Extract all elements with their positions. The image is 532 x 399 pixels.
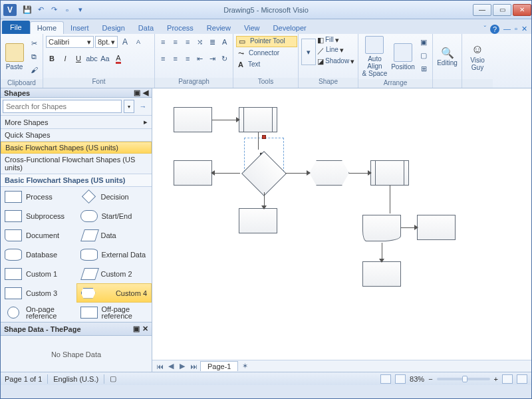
maximize-button[interactable]: ▭ [493,4,511,16]
shape-document[interactable]: Document [1,225,76,245]
canvas-shape[interactable] [362,215,401,241]
shape-startend[interactable]: Start/End [76,206,152,225]
shape-custom2[interactable]: Custom 2 [76,264,152,283]
last-page-icon[interactable]: ⏭ [189,362,198,370]
align-left-icon[interactable]: ≡ [158,53,169,65]
rotate-text-icon[interactable]: ↻ [219,53,231,65]
shrink-font-icon[interactable]: A [132,36,144,48]
align-top-icon[interactable]: ≡ [158,36,169,48]
shape-offpage-ref[interactable]: Off-page reference [76,303,152,322]
bold-icon[interactable]: B [46,53,58,65]
collapse-icon[interactable]: ◀ [143,88,148,97]
shape-onpage-ref[interactable]: On-page reference [1,303,76,322]
search-input[interactable] [3,100,122,113]
pin-icon[interactable]: ▣ [134,88,140,97]
connector[interactable] [382,243,382,260]
tab-data[interactable]: Data [132,22,160,34]
next-page-icon[interactable]: ▶ [178,362,187,370]
macro-record-icon[interactable]: ▢ [110,374,116,383]
canvas-shape[interactable] [417,215,456,240]
font-grow-icon[interactable]: A [219,36,231,48]
send-back-icon[interactable]: ▢ [418,49,430,61]
canvas-shape[interactable] [174,107,212,132]
new-page-icon[interactable]: ✶ [240,362,249,370]
view-normal-icon[interactable] [380,374,391,384]
shape-subprocess[interactable]: Subprocess [1,206,76,225]
zoom-slider[interactable] [437,378,490,380]
tab-view[interactable]: View [237,22,267,34]
page-tab[interactable]: Page-1 [200,361,238,371]
copy-icon[interactable]: ⧉ [28,51,40,63]
canvas-shape[interactable] [239,107,277,132]
tab-home[interactable]: Home [30,21,64,34]
group-icon[interactable]: ⊞ [418,63,430,74]
paste-button[interactable]: Paste [3,36,25,77]
tab-process[interactable]: Process [160,22,200,34]
format-painter-icon[interactable]: 🖌 [28,64,40,76]
visio-guy-button[interactable]: ☺Visio Guy [465,36,490,77]
shape-database[interactable]: Database [1,245,76,264]
connector[interactable] [390,186,390,213]
minimize-button[interactable]: — [473,4,491,16]
shape-custom4[interactable]: Custom 4 [76,283,152,303]
tab-insert[interactable]: Insert [64,22,96,34]
shape-custom3[interactable]: Custom 3 [1,283,76,303]
tab-design[interactable]: Design [96,22,132,34]
cut-icon[interactable]: ✂ [28,37,40,49]
shadow-button[interactable]: ◪Shadow▾ [317,57,354,66]
align-right-icon[interactable]: ≡ [182,53,194,65]
fit-page-icon[interactable] [502,374,513,384]
tab-review[interactable]: Review [200,22,237,34]
auto-align-button[interactable]: Auto Align & Space [361,36,388,77]
position-button[interactable]: Position [391,36,415,77]
zoom-level[interactable]: 83% [410,375,424,383]
connector[interactable] [258,132,259,150]
pan-zoom-icon[interactable] [517,374,527,384]
strike-icon[interactable]: abc [86,53,98,65]
section-more-shapes[interactable]: More Shapes▸ [1,116,152,129]
shape-process[interactable]: Process [1,187,76,206]
zoom-in-icon[interactable]: + [494,375,498,383]
mdi-min-icon[interactable]: — [503,25,511,34]
pin-icon[interactable]: ▣ [133,325,140,333]
new-icon[interactable]: ▫ [62,5,72,15]
font-name-select[interactable]: Calibri▾ [46,36,94,48]
tab-file[interactable]: File [2,21,30,34]
mdi-close-icon[interactable]: ✕ [521,25,527,34]
connector[interactable] [212,173,240,174]
indent-inc-icon[interactable]: ⇥ [207,53,218,65]
editing-button[interactable]: 🔍Editing [436,36,459,77]
shape-external-data[interactable]: External Data [76,245,152,264]
connector[interactable] [401,227,416,228]
qat-more-icon[interactable]: ▾ [75,5,86,15]
align-center-icon[interactable]: ≡ [170,53,182,65]
shape-data[interactable]: Data [76,225,152,245]
pointer-tool-button[interactable]: ▭ Pointer Tool [236,36,297,47]
undo-icon[interactable]: ↶ [35,5,46,15]
search-go-icon[interactable]: → [136,100,150,113]
first-page-icon[interactable]: ⏮ [155,362,164,370]
drawing-canvas[interactable]: ↖ [152,88,531,360]
section-quick-shapes[interactable]: Quick Shapes [1,129,152,142]
close-icon[interactable]: ✕ [142,325,148,333]
grow-font-icon[interactable]: A [119,36,131,48]
help-icon[interactable]: ? [490,25,499,34]
connector[interactable] [264,192,265,207]
shape-decision[interactable]: Decision [76,187,152,206]
text-tool-button[interactable]: A Text [236,60,295,69]
close-button[interactable]: ✕ [513,4,531,16]
bullets-icon[interactable]: ≣ [207,36,218,48]
section-cross-functional[interactable]: Cross-Functional Flowchart Shapes (US un… [1,154,152,174]
connector[interactable] [285,173,308,174]
connector[interactable] [349,173,369,174]
view-fullscreen-icon[interactable] [395,374,406,384]
line-button[interactable]: ／Line▾ [317,46,354,56]
shape-custom1[interactable]: Custom 1 [1,264,76,283]
connector[interactable] [212,120,237,120]
orientation-icon[interactable]: ⤭ [195,36,206,48]
section-basic-flowchart[interactable]: Basic Flowchart Shapes (US units) [1,142,152,154]
case-icon[interactable]: Aa [99,53,111,65]
font-color-icon[interactable]: A [112,53,124,65]
prev-page-icon[interactable]: ◀ [166,362,176,370]
mdi-restore-icon[interactable]: ▫ [515,25,517,34]
